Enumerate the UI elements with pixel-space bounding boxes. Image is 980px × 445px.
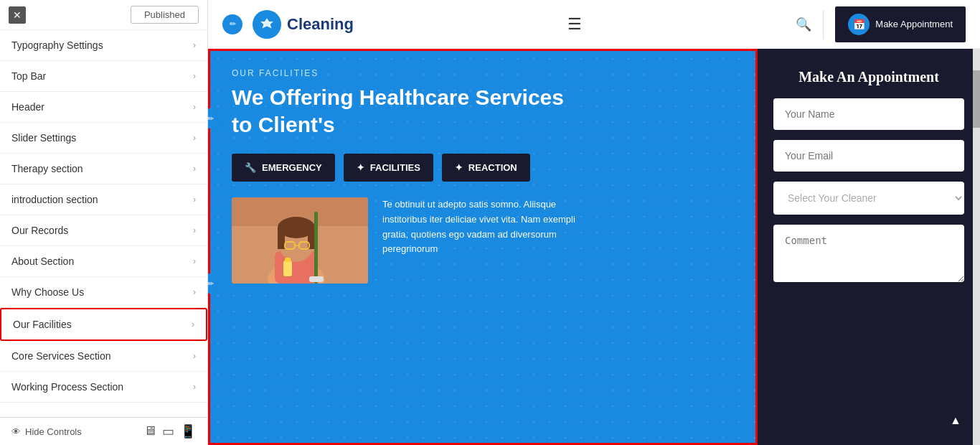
svg-rect-14 [283, 261, 292, 276]
comment-textarea[interactable] [773, 225, 964, 282]
sidebar-item-top-bar[interactable]: Top Bar› [0, 61, 207, 92]
hamburger-icon[interactable]: ☰ [567, 15, 582, 34]
description-text: Te obtinuit ut adepto satis somno. Aliis… [382, 197, 583, 284]
emergency-icon: 🔧 [245, 162, 256, 173]
chevron-icon: › [193, 225, 196, 235]
sidebar-item-label: Why Choose Us [11, 286, 84, 298]
chevron-icon: › [193, 195, 196, 205]
svg-rect-12 [314, 212, 318, 284]
hide-controls-label: Hide Controls [25, 426, 82, 437]
section-edit-pencil-2[interactable]: ✏ [208, 273, 220, 294]
chevron-icon: › [192, 319, 194, 329]
chevron-icon: › [193, 40, 196, 50]
service-buttons-group: 🔧EMERGENCY✦FACILITIES✦REACTION [232, 154, 734, 182]
hide-controls-button[interactable]: 👁 Hide Controls [11, 426, 82, 437]
svg-rect-15 [285, 258, 291, 262]
sidebar-item-slider-settings[interactable]: Slider Settings› [0, 123, 207, 154]
sidebar-item-our-facilities[interactable]: Our Facilities› [0, 308, 207, 341]
brand-icon [253, 10, 281, 39]
chevron-icon: › [193, 287, 196, 297]
top-nav: ✏ Cleaning ☰ 🔍 📅 Make Appointment [208, 0, 980, 49]
sidebar-item-therapy-section[interactable]: Therapy section› [0, 154, 207, 184]
sidebar-item-label: Therapy section [11, 163, 83, 174]
facilities-icon: ✦ [357, 162, 364, 173]
cleaner-image [232, 197, 368, 284]
sidebar: ✕ Published Typography Settings›Top Bar›… [0, 0, 208, 445]
form-title: Make An Appointment [773, 69, 964, 85]
nav-right: 🔍 📅 Make Appointment [796, 6, 966, 42]
chevron-icon: › [193, 164, 196, 174]
nav-edit-pencil[interactable]: ✏ [222, 14, 242, 34]
section-title: We Offering Healthcare Services to Clien… [232, 84, 576, 138]
sidebar-items-list: Typography Settings›Top Bar›Header›Slide… [0, 30, 207, 417]
nav-divider [823, 10, 824, 39]
sidebar-item-label: Core Services Section [11, 350, 111, 362]
chevron-icon: › [193, 102, 196, 112]
tablet-view-icon[interactable]: ▭ [162, 423, 174, 439]
sidebar-top-bar: ✕ Published [0, 0, 207, 30]
appointment-label: Make Appointment [875, 19, 953, 29]
sidebar-item-working-process-section[interactable]: Working Process Section› [0, 372, 207, 403]
appointment-form-panel: Make An Appointment Select Your CleanerC… [758, 49, 980, 445]
service-button-facilities[interactable]: ✦FACILITIES [344, 154, 433, 182]
sidebar-item-header[interactable]: Header› [0, 92, 207, 123]
main-area: ✏ Cleaning ☰ 🔍 📅 Make Appointment [208, 0, 980, 445]
chevron-icon: › [193, 382, 196, 392]
facilities-section: ✏ ✏ OUR FACILITIES We Offering Healthcar… [208, 49, 758, 445]
sidebar-item-about-section[interactable]: About Section› [0, 246, 207, 277]
service-button-emergency[interactable]: 🔧EMERGENCY [232, 154, 335, 182]
content-area: ✏ ✏ OUR FACILITIES We Offering Healthcar… [208, 49, 980, 445]
sidebar-item-label: Top Bar [11, 70, 46, 82]
name-input[interactable] [773, 98, 964, 130]
nav-center: ☰ [354, 15, 796, 34]
lower-content-row: Te obtinuit ut adepto satis somno. Aliis… [232, 197, 734, 284]
chevron-icon: › [193, 133, 196, 143]
sidebar-bottom-bar: 👁 Hide Controls 🖥 ▭ 📱 [0, 417, 207, 445]
svg-rect-7 [278, 228, 285, 249]
email-input[interactable] [773, 140, 964, 172]
search-icon[interactable]: 🔍 [796, 17, 811, 32]
sidebar-item-typography-settings[interactable]: Typography Settings› [0, 30, 207, 61]
sidebar-item-label: About Section [11, 256, 74, 267]
brand-name: Cleaning [287, 15, 354, 34]
sidebar-item-why-choose-us[interactable]: Why Choose Us› [0, 277, 207, 308]
sidebar-item-label: Header [11, 101, 44, 113]
mobile-view-icon[interactable]: 📱 [180, 423, 196, 439]
sidebar-item-label: Typography Settings [11, 39, 103, 51]
desktop-view-icon[interactable]: 🖥 [143, 423, 156, 439]
sidebar-item-label: Working Process Section [11, 381, 123, 393]
scroll-to-top-button[interactable]: ▲ [943, 408, 969, 434]
brand-logo[interactable]: Cleaning [253, 10, 354, 39]
svg-rect-13 [309, 276, 324, 282]
chevron-icon: › [193, 351, 196, 361]
sidebar-item-introduction-section[interactable]: introduction section› [0, 184, 207, 215]
reaction-icon: ✦ [455, 162, 463, 173]
sidebar-item-our-records[interactable]: Our Records› [0, 215, 207, 246]
chevron-icon: › [193, 256, 196, 266]
sidebar-item-label: Our Facilities [13, 319, 72, 330]
scrollbar-thumb [973, 70, 980, 128]
published-button[interactable]: Published [131, 6, 199, 24]
appointment-icon-circle: 📅 [848, 14, 870, 35]
section-edit-pencil-1[interactable]: ✏ [208, 108, 220, 128]
make-appointment-button[interactable]: 📅 Make Appointment [835, 6, 966, 42]
right-scrollbar[interactable] [973, 49, 980, 445]
sidebar-item-label: Our Records [11, 225, 68, 236]
chevron-icon: › [193, 71, 196, 81]
svg-marker-0 [260, 18, 273, 28]
eye-icon: 👁 [11, 426, 21, 437]
sidebar-item-core-services-section[interactable]: Core Services Section› [0, 341, 207, 372]
view-icons-group: 🖥 ▭ 📱 [143, 423, 196, 439]
sidebar-item-label: Slider Settings [11, 132, 76, 144]
service-button-reaction[interactable]: ✦REACTION [442, 154, 530, 182]
close-button[interactable]: ✕ [9, 6, 26, 24]
cleaner-select[interactable]: Select Your CleanerCleaner 1Cleaner 2 [773, 182, 964, 215]
sidebar-item-label: introduction section [11, 194, 98, 205]
section-label: OUR FACILITIES [232, 68, 734, 78]
